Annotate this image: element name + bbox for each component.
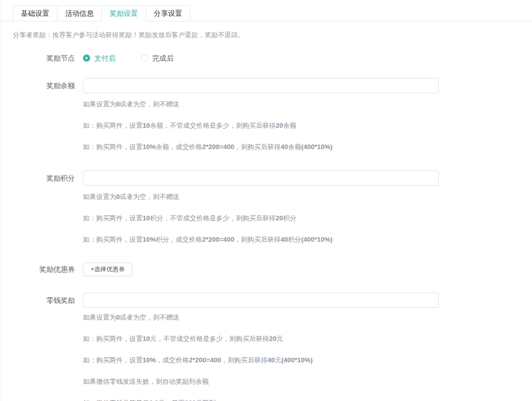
select-coupon-button[interactable]: +选择优惠券 bbox=[83, 263, 132, 276]
cash-reward-input[interactable] bbox=[83, 293, 439, 308]
hint-text: 如：购买两件，设置10%，成交价格2*200=400，则购买后获得40元(400… bbox=[83, 357, 532, 364]
reward-coupon-label: 奖励优惠券 bbox=[0, 263, 83, 276]
hint-text: 如：购买两件，设置10余额，不管成交价格是多少，则购买后获得20余额 bbox=[83, 122, 532, 129]
reward-balance-hints: 如果设置为0或者为空，则不赠送 如：购买两件，设置10余额，不管成交价格是多少，… bbox=[83, 101, 532, 151]
hint-text: 如果设置为0或者为空，则不赠送 bbox=[83, 314, 532, 321]
hint-text: 如果设置为0或者为空，则不赠送 bbox=[83, 193, 532, 200]
reward-points-hints: 如果设置为0或者为空，则不赠送 如：购买两件，设置10积分，不管成交价格是多少，… bbox=[83, 193, 532, 243]
reward-node-row: 奖励节点 支付后 完成后 bbox=[0, 53, 532, 63]
settings-tab-bar: 基础设置 活动信息 奖励设置 分享设置 bbox=[0, 5, 532, 21]
reward-points-row: 奖励积分 bbox=[0, 170, 532, 186]
page-description: 分享者奖励：推荐客户参与活动获得奖励！奖励发放后客户退款，奖励不退回。 bbox=[13, 31, 532, 39]
hint-text: 如果设置为0或者为空，则不赠送 bbox=[83, 101, 532, 108]
reward-balance-label: 奖励余额 bbox=[0, 78, 83, 93]
reward-coupon-row: 奖励优惠券 +选择优惠券 bbox=[0, 263, 532, 276]
reward-node-label: 奖励节点 bbox=[0, 53, 83, 63]
radio-unchecked-icon bbox=[141, 54, 148, 62]
radio-after-payment-label: 支付后 bbox=[94, 53, 116, 63]
radio-after-completion-label: 完成后 bbox=[152, 53, 174, 63]
hint-text: 如：购买两件，设置10%积分，成交价格2*200=400，则购买后获得40积分(… bbox=[83, 236, 532, 243]
tabs-group: 基础设置 活动信息 奖励设置 分享设置 bbox=[13, 5, 190, 21]
hint-text: 如：购买两件，设置10%余额，成交价格2*200=400，则购买后获得40余额(… bbox=[83, 144, 532, 151]
tab-reward-settings[interactable]: 奖励设置 bbox=[101, 5, 146, 21]
hint-text: 如：购买两件，设置10积分，不管成交价格是多少，则购买后获得20积分 bbox=[83, 215, 532, 222]
hint-text: 如果微信零钱发送失败，则自动奖励到余额 bbox=[83, 378, 532, 385]
radio-after-payment[interactable]: 支付后 bbox=[83, 53, 116, 63]
page-left-edge bbox=[1, 0, 2, 401]
cash-reward-hints: 如果设置为0或者为空，则不赠送 如：购买两件，设置10元，不管成交价格是多少，则… bbox=[83, 314, 532, 401]
tab-share-settings[interactable]: 分享设置 bbox=[146, 5, 190, 21]
cash-reward-row: 零钱奖励 bbox=[0, 293, 532, 308]
radio-after-completion[interactable]: 完成后 bbox=[141, 53, 174, 63]
reward-node-options: 支付后 完成后 bbox=[83, 53, 174, 63]
tab-activity-info[interactable]: 活动信息 bbox=[57, 5, 101, 21]
reward-balance-input[interactable] bbox=[83, 78, 439, 93]
radio-checked-icon bbox=[83, 54, 90, 62]
reward-balance-row: 奖励余额 bbox=[0, 78, 532, 93]
reward-points-input[interactable] bbox=[83, 170, 439, 186]
cash-reward-label: 零钱奖励 bbox=[0, 293, 83, 308]
hint-text: 如：购买两件，设置10元，不管成交价格是多少，则购买后获得20元 bbox=[83, 335, 532, 342]
reward-points-label: 奖励积分 bbox=[0, 170, 83, 186]
tab-basic-settings[interactable]: 基础设置 bbox=[13, 5, 57, 21]
